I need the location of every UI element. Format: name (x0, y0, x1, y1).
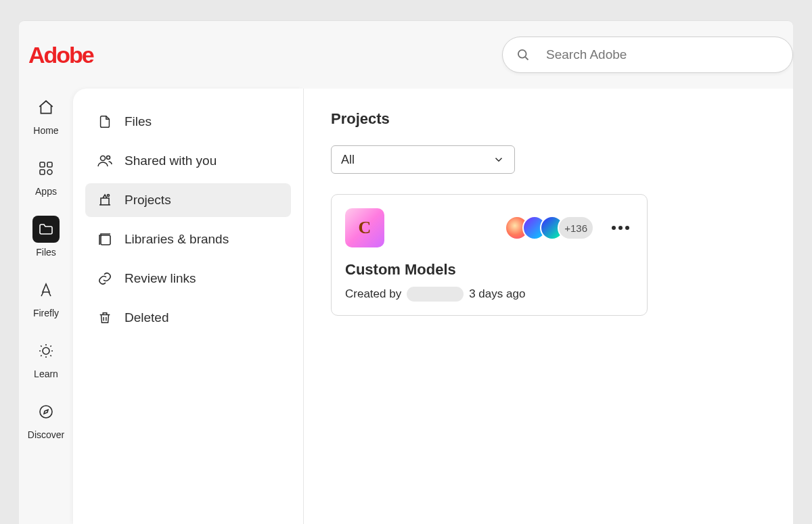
rail-item-label: Files (36, 247, 56, 258)
sidebar-item-label: Deleted (125, 310, 169, 325)
svg-point-7 (40, 406, 52, 418)
avatar-overflow-count: +136 (558, 216, 594, 240)
project-filter-dropdown[interactable]: All (331, 145, 515, 174)
created-by-label: Created by (345, 287, 401, 301)
sidebar-item-label: Projects (125, 193, 171, 208)
svg-point-10 (108, 195, 110, 197)
rail-item-label: Home (33, 125, 58, 136)
rail-item-firefly[interactable]: Firefly (32, 277, 60, 318)
sidebar-item-label: Libraries & brands (125, 232, 229, 247)
sidebar-item-projects[interactable]: Projects (85, 183, 291, 217)
apps-icon (32, 155, 60, 182)
project-meta: Created by 3 days ago (345, 287, 633, 302)
sidebar-item-deleted[interactable]: Deleted (85, 301, 291, 335)
page-title: Projects (331, 110, 766, 128)
svg-point-6 (43, 348, 49, 354)
project-title: Custom Models (345, 261, 633, 279)
firefly-icon (32, 277, 60, 304)
svg-point-9 (107, 156, 110, 160)
search-icon (516, 47, 531, 62)
sidebar-item-shared[interactable]: Shared with you (85, 144, 291, 178)
svg-rect-11 (101, 235, 110, 245)
project-more-menu[interactable] (608, 222, 633, 234)
sidebar-item-libraries[interactable]: Libraries & brands (85, 222, 291, 256)
chevron-down-icon (493, 153, 505, 166)
rail-item-label: Discover (28, 429, 64, 440)
files-subnav: Files Shared with you Projects Libraries… (73, 89, 303, 524)
collaborator-avatars[interactable]: +136 (505, 216, 594, 240)
rail-item-label: Apps (35, 186, 57, 197)
search-input[interactable] (546, 47, 779, 62)
project-thumbnail: C (345, 208, 384, 247)
folder-icon (32, 216, 60, 243)
filter-label: All (341, 153, 355, 167)
trash-icon (96, 309, 114, 327)
main-content: Projects All C +136 (303, 89, 793, 524)
adobe-logo[interactable]: Adobe (28, 42, 93, 68)
rail-item-learn[interactable]: Learn (32, 337, 60, 379)
svg-line-1 (525, 57, 528, 59)
svg-point-5 (47, 170, 52, 174)
lightbulb-icon (32, 337, 60, 364)
sidebar-item-review[interactable]: Review links (85, 262, 291, 295)
rail-item-discover[interactable]: Discover (28, 398, 64, 440)
compass-icon (32, 398, 60, 425)
sidebar-item-label: Review links (125, 271, 196, 286)
project-card[interactable]: C +136 (331, 194, 648, 316)
svg-point-8 (101, 156, 106, 161)
file-icon (96, 113, 114, 130)
rail-item-files[interactable]: Files (32, 216, 60, 258)
more-icon (612, 226, 616, 230)
link-icon (96, 270, 114, 287)
projects-icon (96, 191, 114, 209)
rail-item-label: Learn (34, 368, 58, 379)
rail-item-label: Firefly (33, 308, 59, 318)
svg-rect-4 (40, 170, 45, 174)
svg-point-0 (518, 50, 526, 58)
sidebar-item-files[interactable]: Files (85, 105, 291, 139)
created-time: 3 days ago (469, 287, 525, 301)
rail-item-apps[interactable]: Apps (32, 155, 60, 197)
svg-rect-3 (47, 162, 52, 167)
search-bar[interactable] (502, 37, 793, 73)
sidebar-item-label: Files (125, 114, 152, 129)
left-rail: Home Apps Files Firefly (19, 89, 73, 524)
people-icon (96, 152, 114, 170)
svg-rect-2 (40, 162, 45, 167)
rail-item-home[interactable]: Home (32, 94, 60, 136)
libraries-icon (96, 231, 114, 248)
sidebar-item-label: Shared with you (125, 153, 217, 168)
creator-name-redacted (407, 287, 464, 302)
home-icon (32, 94, 60, 121)
